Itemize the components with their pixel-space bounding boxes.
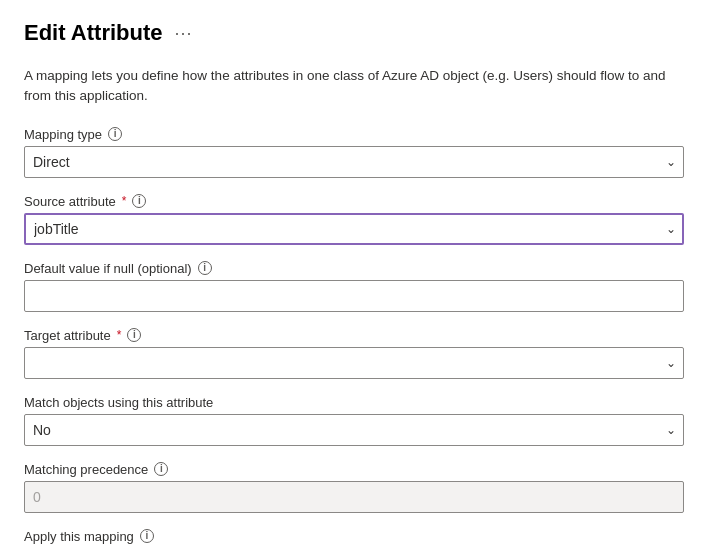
- more-options-icon[interactable]: ···: [175, 23, 193, 44]
- page-header: Edit Attribute ···: [24, 20, 684, 46]
- apply-mapping-info-icon[interactable]: i: [140, 529, 154, 543]
- source-attribute-select-wrapper: jobTitle displayName mail userPrincipalN…: [24, 213, 684, 245]
- mapping-type-group: Mapping type i Direct Expression Constan…: [24, 127, 684, 178]
- matching-precedence-info-icon[interactable]: i: [154, 462, 168, 476]
- source-attribute-required-star: *: [122, 194, 127, 208]
- source-attribute-group: Source attribute * i jobTitle displayNam…: [24, 194, 684, 245]
- source-attribute-info-icon[interactable]: i: [132, 194, 146, 208]
- target-attribute-group: Target attribute * i ⌄: [24, 328, 684, 379]
- match-objects-select[interactable]: No Yes: [24, 414, 684, 446]
- page-title: Edit Attribute: [24, 20, 163, 46]
- apply-mapping-group: Apply this mapping i Always Only during …: [24, 529, 684, 548]
- matching-precedence-label: Matching precedence i: [24, 462, 684, 477]
- matching-precedence-group: Matching precedence i: [24, 462, 684, 513]
- default-value-group: Default value if null (optional) i: [24, 261, 684, 312]
- target-attribute-required-star: *: [117, 328, 122, 342]
- mapping-type-select-wrapper: Direct Expression Constant ⌄: [24, 146, 684, 178]
- target-attribute-label: Target attribute * i: [24, 328, 684, 343]
- apply-mapping-label: Apply this mapping i: [24, 529, 684, 544]
- mapping-type-select[interactable]: Direct Expression Constant: [24, 146, 684, 178]
- mapping-type-info-icon[interactable]: i: [108, 127, 122, 141]
- match-objects-label: Match objects using this attribute: [24, 395, 684, 410]
- source-attribute-select[interactable]: jobTitle displayName mail userPrincipalN…: [24, 213, 684, 245]
- default-value-label: Default value if null (optional) i: [24, 261, 684, 276]
- default-value-input[interactable]: [24, 280, 684, 312]
- page-description: A mapping lets you define how the attrib…: [24, 66, 684, 107]
- mapping-type-label: Mapping type i: [24, 127, 684, 142]
- default-value-info-icon[interactable]: i: [198, 261, 212, 275]
- target-attribute-select-wrapper: ⌄: [24, 347, 684, 379]
- match-objects-group: Match objects using this attribute No Ye…: [24, 395, 684, 446]
- source-attribute-label: Source attribute * i: [24, 194, 684, 209]
- target-attribute-select[interactable]: [24, 347, 684, 379]
- matching-precedence-input: [24, 481, 684, 513]
- match-objects-select-wrapper: No Yes ⌄: [24, 414, 684, 446]
- target-attribute-info-icon[interactable]: i: [127, 328, 141, 342]
